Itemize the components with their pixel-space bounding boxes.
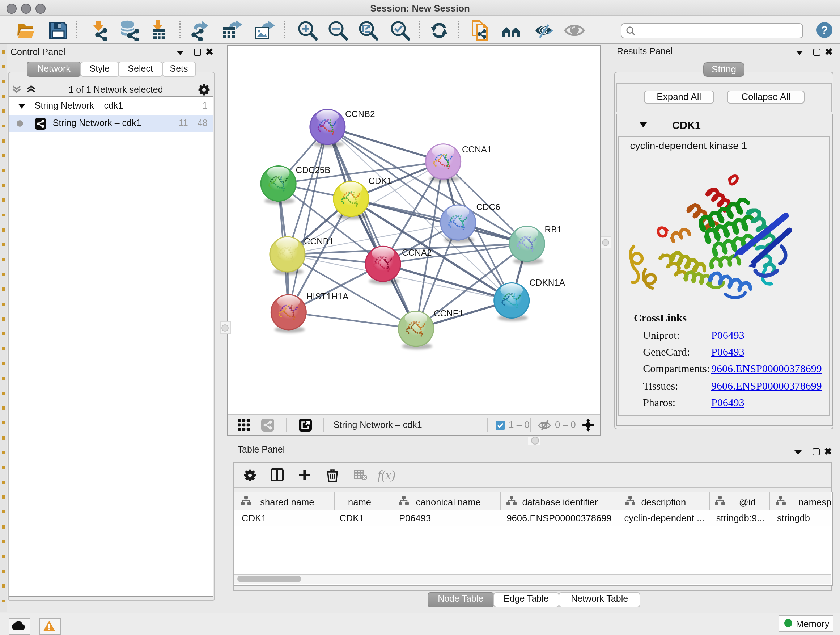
svg-text:HIST1H1A: HIST1H1A	[306, 291, 349, 301]
svg-text:CCNA2: CCNA2	[402, 248, 432, 257]
svg-text:CDC6: CDC6	[476, 202, 500, 212]
svg-text:?: ?	[821, 24, 828, 36]
svg-text:CCNB1: CCNB1	[304, 236, 334, 246]
svg-text:CDK1: CDK1	[368, 176, 392, 186]
svg-text:CCNA1: CCNA1	[462, 144, 492, 154]
svg-text:RB1: RB1	[545, 225, 562, 234]
svg-text:CCNB2: CCNB2	[345, 109, 375, 119]
svg-text:CDC25B: CDC25B	[295, 165, 330, 175]
svg-text:CDKN1A: CDKN1A	[529, 278, 565, 287]
svg-text:CCNE1: CCNE1	[434, 309, 464, 318]
